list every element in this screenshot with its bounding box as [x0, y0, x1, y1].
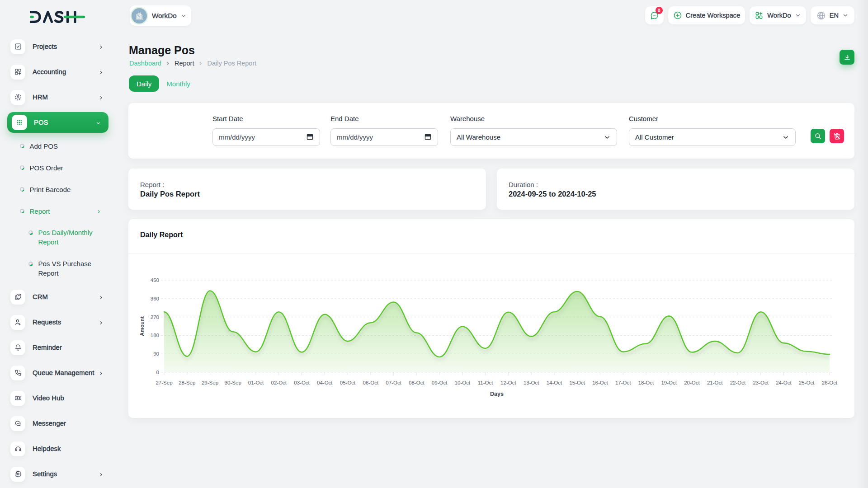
- end-date-placeholder: mm/dd/yyyy: [337, 133, 373, 141]
- divider: [128, 253, 854, 253]
- svg-text:02-Oct: 02-Oct: [271, 380, 287, 385]
- report-summary-card: Report : Daily Pos Report: [128, 169, 486, 210]
- sidebar-item-hrm[interactable]: HRM: [0, 84, 118, 110]
- warehouse-value: All Warehouse: [457, 133, 500, 141]
- create-workspace-button[interactable]: Create Workspace: [668, 6, 745, 24]
- sidebar-subitem-pos-vs-purchase-report[interactable]: Pos VS Purchase Report: [0, 253, 118, 284]
- sidebar-item-helpdesk[interactable]: Helpdesk: [0, 436, 118, 461]
- end-date-input[interactable]: mm/dd/yyyy: [330, 128, 438, 146]
- chevron-right-icon: [98, 471, 104, 477]
- sidebar-item-label: Queue Management: [33, 369, 94, 376]
- message-icon: [10, 416, 25, 431]
- dash-logo[interactable]: [30, 11, 86, 24]
- svg-text:29-Sep: 29-Sep: [202, 380, 218, 385]
- sidebar-item-label: Helpdesk: [33, 445, 61, 452]
- svg-text:05-Oct: 05-Oct: [340, 380, 356, 385]
- checkbox-icon: [10, 39, 25, 54]
- workspace-menu-button[interactable]: WorkDo: [750, 6, 806, 24]
- search-button[interactable]: [811, 129, 825, 143]
- daily-report-chart[interactable]: 09018027036045027-Sep28-Sep29-Sep30-Sep0…: [128, 260, 854, 409]
- sidebar-subitem-add-pos[interactable]: Add POS: [0, 135, 118, 157]
- sidebar-subitem-label: Pos VS Purchase Report: [38, 259, 106, 278]
- sidebar-item-messenger[interactable]: Messenger: [0, 411, 118, 436]
- sidebar-item-settings[interactable]: Settings: [0, 461, 118, 487]
- messages-button[interactable]: 0: [645, 6, 664, 24]
- sidebar-subitem-label: Add POS: [30, 141, 58, 151]
- language-button[interactable]: EN: [811, 6, 854, 24]
- svg-text:21-Oct: 21-Oct: [707, 380, 723, 385]
- svg-text:360: 360: [151, 296, 159, 301]
- chevron-right-icon: [98, 44, 104, 50]
- chevron-down-icon: [842, 12, 849, 19]
- grid-dots-icon: [12, 115, 27, 130]
- chevron-down-icon: [95, 120, 101, 126]
- chevron-down-icon: [604, 134, 611, 141]
- user-plus-icon: [10, 315, 25, 330]
- reset-filter-button[interactable]: [830, 129, 844, 143]
- start-date-input[interactable]: mm/dd/yyyy: [212, 128, 320, 146]
- workspace-menu-label: WorkDo: [767, 12, 791, 19]
- sidebar-item-reminder[interactable]: Reminder: [0, 335, 118, 360]
- breadcrumb-dashboard[interactable]: Dashboard: [129, 60, 161, 67]
- chevron-right-icon: [96, 208, 102, 214]
- sidebar-item-label: CRM: [33, 293, 48, 300]
- customer-label: Customer: [629, 115, 658, 122]
- sidebar-subitem-pos-order[interactable]: POS Order: [0, 157, 118, 178]
- customer-value: All Customer: [635, 133, 674, 141]
- chevron-right-icon: [98, 370, 104, 376]
- breadcrumb-current: Daily Pos Report: [207, 60, 256, 67]
- customer-select[interactable]: All Customer: [629, 128, 796, 146]
- daily-report-card: Daily Report 09018027036045027-Sep28-Sep…: [128, 219, 854, 418]
- svg-text:08-Oct: 08-Oct: [409, 380, 425, 385]
- bullet-ring-icon: [28, 230, 33, 235]
- sidebar-item-projects[interactable]: Projects: [0, 34, 118, 59]
- workspace-name: WorkDo: [152, 12, 177, 19]
- sidebar-item-accounting[interactable]: Accounting: [0, 59, 118, 84]
- warehouse-select[interactable]: All Warehouse: [450, 128, 617, 146]
- calendar-icon[interactable]: [306, 133, 314, 142]
- download-button[interactable]: [840, 50, 854, 65]
- breadcrumb-report: Report: [175, 60, 194, 67]
- sidebar-item-label: HRM: [33, 94, 48, 101]
- sidebar-item-crm[interactable]: CRM: [0, 284, 118, 310]
- start-date-placeholder: mm/dd/yyyy: [219, 133, 255, 141]
- svg-text:180: 180: [151, 333, 159, 338]
- bullet-ring-icon: [20, 187, 24, 192]
- chevron-right-icon: [98, 94, 104, 100]
- sidebar-subitem-print-barcode[interactable]: Print Barcode: [0, 178, 118, 200]
- chevron-down-icon: [180, 13, 187, 19]
- workspace-avatar-icon: [132, 8, 147, 23]
- trash-off-icon: [833, 132, 841, 140]
- tab-monthly[interactable]: Monthly: [166, 80, 190, 88]
- chart-title: Daily Report: [140, 231, 183, 239]
- search-icon: [814, 132, 822, 140]
- sidebar-item-label: Video Hub: [33, 394, 64, 402]
- svg-text:0: 0: [156, 370, 159, 375]
- focus-user-icon: [10, 90, 25, 105]
- svg-text:Amount: Amount: [139, 316, 145, 336]
- calendar-icon[interactable]: [424, 133, 432, 142]
- svg-text:270: 270: [151, 314, 159, 320]
- sidebar-item-pos[interactable]: POS: [7, 112, 108, 133]
- sidebar-item-label: Accounting: [33, 68, 66, 75]
- svg-text:14-Oct: 14-Oct: [547, 380, 562, 385]
- sidebar-subitem-report[interactable]: Report: [0, 200, 118, 222]
- topbar-actions: 0 Create Workspace WorkDo: [645, 6, 854, 24]
- sidebar-item-queue-management[interactable]: Queue Management: [0, 360, 118, 385]
- edge-shade: [857, 0, 868, 488]
- start-date-label: Start Date: [212, 115, 243, 122]
- report-label: Report :: [140, 181, 474, 188]
- duration-summary-card: Duration : 2024-09-25 to 2024-10-25: [497, 169, 854, 210]
- sidebar-subitem-pos-daily-monthly-report[interactable]: Pos Daily/Monthly Report: [0, 222, 118, 253]
- chevron-right-icon: [98, 294, 104, 300]
- gear-icon: [10, 467, 25, 482]
- svg-text:27-Sep: 27-Sep: [156, 380, 172, 385]
- bullet-ring-icon: [20, 209, 24, 213]
- bullet-ring-icon: [28, 262, 33, 266]
- svg-text:03-Oct: 03-Oct: [294, 380, 310, 385]
- duration-label: Duration :: [509, 181, 843, 188]
- sidebar-item-requests[interactable]: Requests: [0, 310, 118, 335]
- tab-daily[interactable]: Daily: [129, 75, 159, 92]
- workspace-switcher[interactable]: WorkDo: [130, 5, 191, 26]
- sidebar-item-video-hub[interactable]: Video Hub: [0, 385, 118, 411]
